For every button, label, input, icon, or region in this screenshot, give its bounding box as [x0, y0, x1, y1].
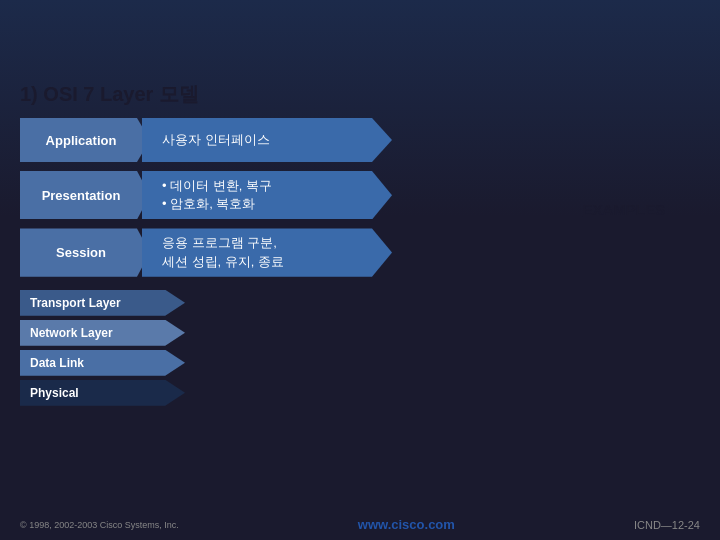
footer: © 1998, 2002-2003 Cisco Systems, Inc. ww… [0, 517, 720, 532]
footer-copyright: © 1998, 2002-2003 Cisco Systems, Inc. [20, 520, 179, 530]
session-desc: 응용 프로그램 구분, 세션 성립, 유지, 종료 [142, 228, 392, 276]
presentation-desc: • 데이터 변환, 복구 • 암호화, 복호화 [142, 171, 392, 219]
application-row: Application 사용자 인터페이스 [20, 118, 400, 162]
datalink-layer-label: Data Link [20, 350, 185, 376]
network-layer-label: Network Layer [20, 320, 185, 346]
presentation-row: Presentation • 데이터 변환, 복구 • 암호화, 복호화 [20, 171, 400, 219]
presentation-label: Presentation [20, 171, 150, 219]
footer-id: ICND—12-24 [634, 519, 700, 531]
page: OSI 7 Layer 1) OSI 7 Layer 모델 EXAMPLES A… [0, 0, 720, 540]
application-label: Application [20, 118, 150, 162]
examples-label: EXAMPLES [582, 201, 665, 218]
application-desc: 사용자 인터페이스 [142, 118, 392, 162]
physical-layer-label: Physical [20, 380, 185, 406]
session-label: Session [20, 228, 150, 276]
footer-website: www.cisco.com [358, 517, 455, 532]
section-title: 1) OSI 7 Layer 모델 [20, 81, 700, 108]
session-row: Session 응용 프로그램 구분, 세션 성립, 유지, 종료 [20, 228, 400, 276]
transport-layer-label: Transport Layer [20, 290, 185, 316]
